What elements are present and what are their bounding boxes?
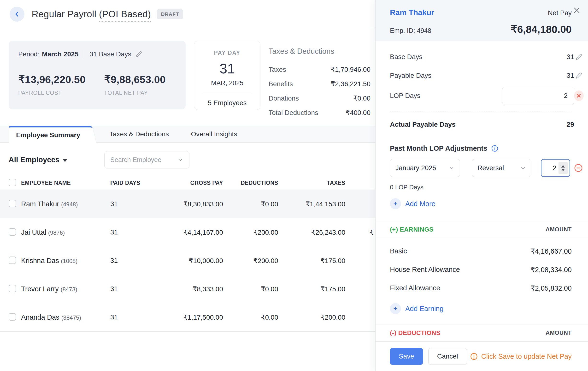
add-earning-button[interactable]: + Add Earning (390, 303, 572, 314)
panel-footer: Save Cancel Click Save to update Net Pay (376, 341, 588, 371)
tab-label: Employee Summary (16, 131, 80, 139)
row-checkbox[interactable] (9, 228, 16, 236)
table-row[interactable]: Ananda Das(38475) 31 ₹1,17,500.00 ₹0.00 … (0, 303, 422, 331)
base-days-label: Base Days (390, 53, 567, 61)
stepper-down-icon[interactable] (561, 169, 565, 171)
payable-days-row: Payable Days 31 (390, 70, 572, 82)
save-warning: Click Save to update Net Pay (470, 352, 572, 360)
panel-employee-id: Emp. ID: 4948 (390, 27, 431, 34)
summary-row-value: ₹1,70,946.00 (331, 65, 370, 73)
earning-row: Fixed Allowance ₹2,05,832.00 (390, 279, 572, 297)
summary-row-value: ₹2,36,221.50 (331, 80, 370, 88)
employee-name: Ram Thakur (21, 200, 59, 208)
tab-employee-summary[interactable]: Employee Summary (9, 126, 87, 142)
add-more-button[interactable]: + Add More (390, 198, 572, 209)
deductions-cell: ₹0.00 (223, 200, 278, 208)
earnings-amount-label: AMOUNT (546, 226, 572, 233)
summary-row-label: Benefits (269, 80, 293, 88)
number-stepper[interactable] (558, 162, 568, 174)
taxes-cell: ₹1,44,153.00 (278, 200, 345, 208)
earning-label: Fixed Allowance (390, 284, 440, 292)
tab-label: Taxes & Deductions (110, 130, 169, 138)
info-icon[interactable] (491, 145, 499, 152)
employee-name-cell: Trevor Larry(8473) (21, 285, 110, 293)
stepper-up-icon[interactable] (561, 165, 565, 167)
adjustment-type-select[interactable]: Reversal (472, 159, 531, 177)
remove-adjustment-icon[interactable] (573, 163, 584, 173)
taxes-cell: ₹200.00 (278, 313, 345, 321)
pay-day-month: MAR, 2025 (194, 79, 260, 87)
column-header-taxes: TAXES (278, 180, 345, 186)
table-row[interactable]: Trevor Larry(8473) 31 ₹8,333.00 ₹0.00 ₹1… (0, 275, 422, 303)
past-month-lop-section: Past Month LOP Adjustments (390, 144, 572, 152)
warning-icon (470, 352, 478, 360)
summary-row: Total Deductions ₹400.00 (269, 106, 370, 119)
row-checkbox[interactable] (9, 200, 16, 207)
employee-filter-dropdown[interactable]: All Employees (9, 155, 67, 164)
table-row[interactable]: Ram Thakur(4948) 31 ₹8,30,833.00 ₹0.00 ₹… (0, 190, 422, 218)
column-header-gross-pay: GROSS PAY (166, 180, 223, 186)
lop-adjustment-row: January 2025 Reversal 2 (390, 159, 572, 177)
period-value: March 2025 (42, 50, 79, 58)
panel-header: Ram Thakur Net Pay Emp. ID: 4948 ₹6,84,1… (376, 0, 588, 41)
row-checkbox[interactable] (9, 257, 16, 264)
pay-day-card: PAY DAY 31 MAR, 2025 5 Employees (194, 41, 261, 110)
lop-days-input[interactable] (502, 87, 574, 105)
save-button[interactable]: Save (390, 348, 423, 365)
employee-id: (1008) (61, 258, 77, 264)
caret-down-icon (63, 159, 67, 162)
chevron-down-icon (449, 165, 454, 171)
table-row[interactable]: Krishna Das(1008) 31 ₹10,000.00 ₹200.00 … (0, 246, 422, 275)
period-label: Period: (18, 50, 40, 58)
earnings-rows: Basic ₹4,16,667.00 House Rent Allowance … (390, 242, 572, 297)
edit-base-days-icon[interactable] (574, 53, 584, 60)
divider (202, 93, 252, 93)
row-checkbox[interactable] (9, 285, 16, 292)
base-days-row: Base Days 31 (390, 51, 572, 63)
filter-row: All Employees Search Employee (9, 151, 368, 169)
page-title-poi: (POI Based) (99, 9, 151, 22)
row-checkbox[interactable] (9, 313, 16, 321)
earnings-title: (+) EARNINGS (390, 226, 434, 233)
column-header-paid-days: PAID DAYS (110, 180, 166, 186)
paid-days-cell: 31 (110, 257, 166, 264)
net-pay-amount: ₹6,84,180.00 (511, 23, 572, 35)
taxes-cell: ₹26,243.00 (278, 229, 345, 236)
search-employee-combobox[interactable]: Search Employee (104, 151, 189, 168)
edit-payable-days-icon[interactable] (574, 72, 584, 79)
pay-day-label: PAY DAY (194, 50, 260, 56)
paid-days-cell: 31 (110, 285, 166, 293)
adjustment-month-select[interactable]: January 2025 (390, 159, 460, 177)
adjustment-month-value: January 2025 (395, 164, 436, 172)
back-button[interactable] (10, 7, 24, 22)
actual-payable-days-label: Actual Payable Days (390, 121, 567, 128)
employee-id: (9876) (48, 229, 65, 236)
edit-period-icon[interactable] (135, 51, 142, 58)
net-pay-label: Net Pay (548, 9, 572, 17)
chevron-left-icon (14, 11, 20, 18)
actual-payable-days-value: 29 (567, 121, 574, 128)
cancel-button[interactable]: Cancel (428, 348, 467, 365)
close-icon[interactable] (571, 5, 582, 16)
gross-pay-cell: ₹8,30,833.00 (166, 200, 223, 208)
employee-detail-panel: Ram Thakur Net Pay Emp. ID: 4948 ₹6,84,1… (375, 0, 588, 371)
lop-days-row: LOP Days ✕ (390, 86, 572, 105)
plus-icon: + (390, 198, 401, 209)
taxes-deductions-summary: Taxes & Deductions Taxes ₹1,70,946.00 Be… (269, 47, 370, 119)
tab-overall-insights[interactable]: Overall Insights (180, 126, 248, 142)
employee-filter-label: All Employees (9, 155, 60, 164)
table-row[interactable]: Jai Uttal(9876) 31 ₹4,14,167.00 ₹200.00 … (0, 218, 422, 246)
summary-row-value: ₹0.00 (353, 94, 370, 102)
panel-employee-name[interactable]: Ram Thakur (390, 8, 434, 17)
search-placeholder: Search Employee (110, 156, 177, 164)
clear-lop-icon[interactable]: ✕ (574, 90, 584, 101)
adjustment-days-input[interactable]: 2 (541, 159, 570, 177)
status-badge: DRAFT (157, 9, 183, 19)
past-month-lop-title: Past Month LOP Adjustments (390, 144, 487, 152)
employee-name-cell: Ananda Das(38475) (21, 313, 110, 321)
select-all-checkbox[interactable] (9, 179, 16, 186)
tab-taxes-deductions[interactable]: Taxes & Deductions (99, 126, 180, 142)
earning-row: Basic ₹4,16,667.00 (390, 242, 572, 260)
dotted-divider (390, 112, 572, 112)
employee-id: (8473) (61, 286, 77, 293)
